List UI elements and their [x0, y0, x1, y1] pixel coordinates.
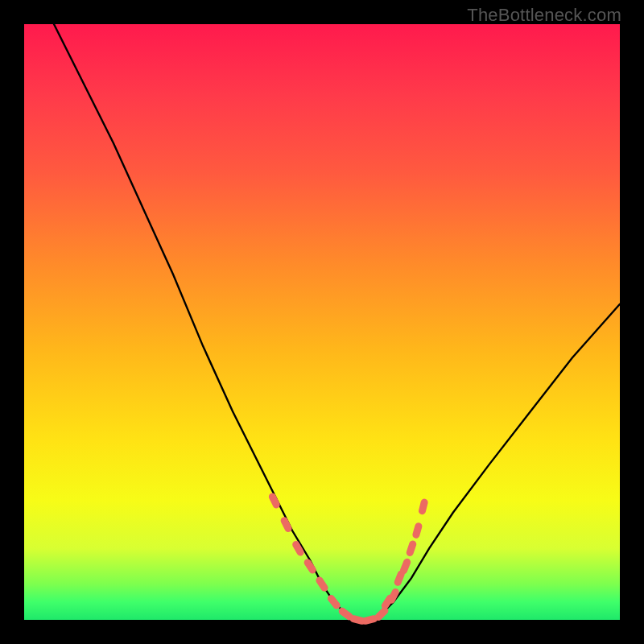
marker-capsule: [267, 492, 281, 510]
plot-area: [24, 24, 620, 620]
highlight-markers: [267, 492, 428, 625]
watermark-text: TheBottleneck.com: [467, 5, 621, 26]
marker-capsule: [315, 576, 330, 593]
marker-capsule: [418, 498, 429, 516]
bottleneck-curve: [54, 24, 620, 620]
curve-svg: [24, 24, 620, 620]
chart-frame: TheBottleneck.com: [0, 0, 644, 644]
marker-capsule: [406, 539, 418, 557]
bottleneck-curve-path: [54, 24, 620, 620]
marker-capsule: [399, 557, 412, 575]
marker-capsule: [279, 516, 293, 534]
marker-capsule: [411, 522, 423, 539]
